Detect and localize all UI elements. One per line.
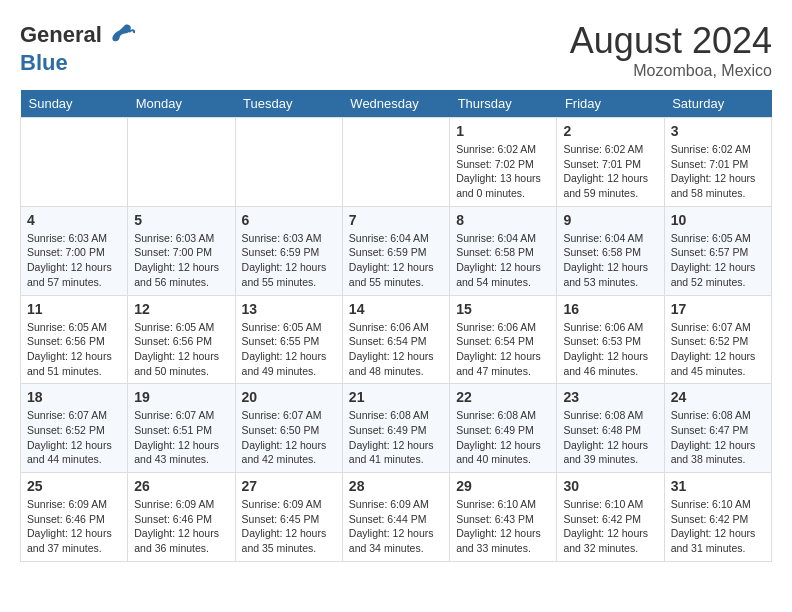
calendar-cell: 20Sunrise: 6:07 AMSunset: 6:50 PMDayligh…: [235, 384, 342, 473]
day-info: Sunrise: 6:07 AMSunset: 6:50 PMDaylight:…: [242, 408, 336, 467]
weekday-header-friday: Friday: [557, 90, 664, 118]
day-number: 2: [563, 123, 657, 139]
day-info: Sunrise: 6:09 AMSunset: 6:44 PMDaylight:…: [349, 497, 443, 556]
day-number: 30: [563, 478, 657, 494]
day-info: Sunrise: 6:03 AMSunset: 7:00 PMDaylight:…: [27, 231, 121, 290]
calendar-cell: 15Sunrise: 6:06 AMSunset: 6:54 PMDayligh…: [450, 295, 557, 384]
day-info: Sunrise: 6:08 AMSunset: 6:48 PMDaylight:…: [563, 408, 657, 467]
calendar-cell: 18Sunrise: 6:07 AMSunset: 6:52 PMDayligh…: [21, 384, 128, 473]
weekday-header-saturday: Saturday: [664, 90, 771, 118]
day-info: Sunrise: 6:09 AMSunset: 6:46 PMDaylight:…: [134, 497, 228, 556]
day-info: Sunrise: 6:05 AMSunset: 6:56 PMDaylight:…: [134, 320, 228, 379]
weekday-header-monday: Monday: [128, 90, 235, 118]
day-number: 16: [563, 301, 657, 317]
day-number: 12: [134, 301, 228, 317]
day-number: 10: [671, 212, 765, 228]
calendar-cell: 4Sunrise: 6:03 AMSunset: 7:00 PMDaylight…: [21, 206, 128, 295]
day-info: Sunrise: 6:04 AMSunset: 6:59 PMDaylight:…: [349, 231, 443, 290]
day-info: Sunrise: 6:09 AMSunset: 6:46 PMDaylight:…: [27, 497, 121, 556]
calendar-cell: 11Sunrise: 6:05 AMSunset: 6:56 PMDayligh…: [21, 295, 128, 384]
calendar-cell: 17Sunrise: 6:07 AMSunset: 6:52 PMDayligh…: [664, 295, 771, 384]
calendar-cell: 9Sunrise: 6:04 AMSunset: 6:58 PMDaylight…: [557, 206, 664, 295]
logo: General Blue: [20, 20, 135, 76]
calendar-cell: 26Sunrise: 6:09 AMSunset: 6:46 PMDayligh…: [128, 473, 235, 562]
calendar-week-row: 4Sunrise: 6:03 AMSunset: 7:00 PMDaylight…: [21, 206, 772, 295]
day-info: Sunrise: 6:04 AMSunset: 6:58 PMDaylight:…: [563, 231, 657, 290]
day-number: 14: [349, 301, 443, 317]
calendar-cell: 24Sunrise: 6:08 AMSunset: 6:47 PMDayligh…: [664, 384, 771, 473]
calendar-cell: 16Sunrise: 6:06 AMSunset: 6:53 PMDayligh…: [557, 295, 664, 384]
weekday-header-tuesday: Tuesday: [235, 90, 342, 118]
calendar-cell: [342, 118, 449, 207]
day-number: 31: [671, 478, 765, 494]
calendar-cell: 8Sunrise: 6:04 AMSunset: 6:58 PMDaylight…: [450, 206, 557, 295]
calendar-cell: 14Sunrise: 6:06 AMSunset: 6:54 PMDayligh…: [342, 295, 449, 384]
day-info: Sunrise: 6:06 AMSunset: 6:54 PMDaylight:…: [349, 320, 443, 379]
day-number: 1: [456, 123, 550, 139]
calendar-cell: 12Sunrise: 6:05 AMSunset: 6:56 PMDayligh…: [128, 295, 235, 384]
calendar-cell: 31Sunrise: 6:10 AMSunset: 6:42 PMDayligh…: [664, 473, 771, 562]
day-number: 22: [456, 389, 550, 405]
day-info: Sunrise: 6:10 AMSunset: 6:42 PMDaylight:…: [671, 497, 765, 556]
day-number: 23: [563, 389, 657, 405]
logo-general: General: [20, 22, 102, 48]
calendar-cell: 2Sunrise: 6:02 AMSunset: 7:01 PMDaylight…: [557, 118, 664, 207]
day-info: Sunrise: 6:08 AMSunset: 6:49 PMDaylight:…: [456, 408, 550, 467]
day-number: 20: [242, 389, 336, 405]
weekday-header-thursday: Thursday: [450, 90, 557, 118]
day-info: Sunrise: 6:09 AMSunset: 6:45 PMDaylight:…: [242, 497, 336, 556]
day-info: Sunrise: 6:05 AMSunset: 6:56 PMDaylight:…: [27, 320, 121, 379]
day-info: Sunrise: 6:08 AMSunset: 6:49 PMDaylight:…: [349, 408, 443, 467]
calendar-table: SundayMondayTuesdayWednesdayThursdayFrid…: [20, 90, 772, 562]
calendar-cell: 25Sunrise: 6:09 AMSunset: 6:46 PMDayligh…: [21, 473, 128, 562]
day-info: Sunrise: 6:02 AMSunset: 7:01 PMDaylight:…: [671, 142, 765, 201]
day-info: Sunrise: 6:07 AMSunset: 6:52 PMDaylight:…: [27, 408, 121, 467]
day-info: Sunrise: 6:07 AMSunset: 6:51 PMDaylight:…: [134, 408, 228, 467]
day-info: Sunrise: 6:03 AMSunset: 6:59 PMDaylight:…: [242, 231, 336, 290]
day-number: 8: [456, 212, 550, 228]
calendar-cell: 3Sunrise: 6:02 AMSunset: 7:01 PMDaylight…: [664, 118, 771, 207]
day-number: 29: [456, 478, 550, 494]
calendar-cell: [128, 118, 235, 207]
day-number: 24: [671, 389, 765, 405]
title-block: August 2024 Mozomboa, Mexico: [570, 20, 772, 80]
day-info: Sunrise: 6:10 AMSunset: 6:43 PMDaylight:…: [456, 497, 550, 556]
calendar-cell: 27Sunrise: 6:09 AMSunset: 6:45 PMDayligh…: [235, 473, 342, 562]
day-info: Sunrise: 6:07 AMSunset: 6:52 PMDaylight:…: [671, 320, 765, 379]
day-number: 21: [349, 389, 443, 405]
day-number: 27: [242, 478, 336, 494]
calendar-cell: 10Sunrise: 6:05 AMSunset: 6:57 PMDayligh…: [664, 206, 771, 295]
day-info: Sunrise: 6:02 AMSunset: 7:02 PMDaylight:…: [456, 142, 550, 201]
calendar-cell: 22Sunrise: 6:08 AMSunset: 6:49 PMDayligh…: [450, 384, 557, 473]
calendar-cell: 1Sunrise: 6:02 AMSunset: 7:02 PMDaylight…: [450, 118, 557, 207]
day-info: Sunrise: 6:10 AMSunset: 6:42 PMDaylight:…: [563, 497, 657, 556]
weekday-header-row: SundayMondayTuesdayWednesdayThursdayFrid…: [21, 90, 772, 118]
calendar-cell: 29Sunrise: 6:10 AMSunset: 6:43 PMDayligh…: [450, 473, 557, 562]
logo-blue: Blue: [20, 50, 135, 76]
day-info: Sunrise: 6:04 AMSunset: 6:58 PMDaylight:…: [456, 231, 550, 290]
calendar-cell: 6Sunrise: 6:03 AMSunset: 6:59 PMDaylight…: [235, 206, 342, 295]
page-header: General Blue August 2024 Mozomboa, Mexic…: [20, 20, 772, 80]
month-year-title: August 2024: [570, 20, 772, 62]
day-number: 11: [27, 301, 121, 317]
day-info: Sunrise: 6:02 AMSunset: 7:01 PMDaylight:…: [563, 142, 657, 201]
calendar-cell: [235, 118, 342, 207]
calendar-cell: 7Sunrise: 6:04 AMSunset: 6:59 PMDaylight…: [342, 206, 449, 295]
calendar-cell: 5Sunrise: 6:03 AMSunset: 7:00 PMDaylight…: [128, 206, 235, 295]
day-info: Sunrise: 6:06 AMSunset: 6:54 PMDaylight:…: [456, 320, 550, 379]
day-number: 5: [134, 212, 228, 228]
day-number: 15: [456, 301, 550, 317]
day-number: 25: [27, 478, 121, 494]
location-subtitle: Mozomboa, Mexico: [570, 62, 772, 80]
day-number: 26: [134, 478, 228, 494]
calendar-cell: 19Sunrise: 6:07 AMSunset: 6:51 PMDayligh…: [128, 384, 235, 473]
day-number: 4: [27, 212, 121, 228]
day-number: 28: [349, 478, 443, 494]
calendar-cell: 28Sunrise: 6:09 AMSunset: 6:44 PMDayligh…: [342, 473, 449, 562]
calendar-week-row: 11Sunrise: 6:05 AMSunset: 6:56 PMDayligh…: [21, 295, 772, 384]
calendar-cell: 13Sunrise: 6:05 AMSunset: 6:55 PMDayligh…: [235, 295, 342, 384]
day-number: 7: [349, 212, 443, 228]
weekday-header-wednesday: Wednesday: [342, 90, 449, 118]
calendar-cell: 21Sunrise: 6:08 AMSunset: 6:49 PMDayligh…: [342, 384, 449, 473]
day-info: Sunrise: 6:05 AMSunset: 6:55 PMDaylight:…: [242, 320, 336, 379]
